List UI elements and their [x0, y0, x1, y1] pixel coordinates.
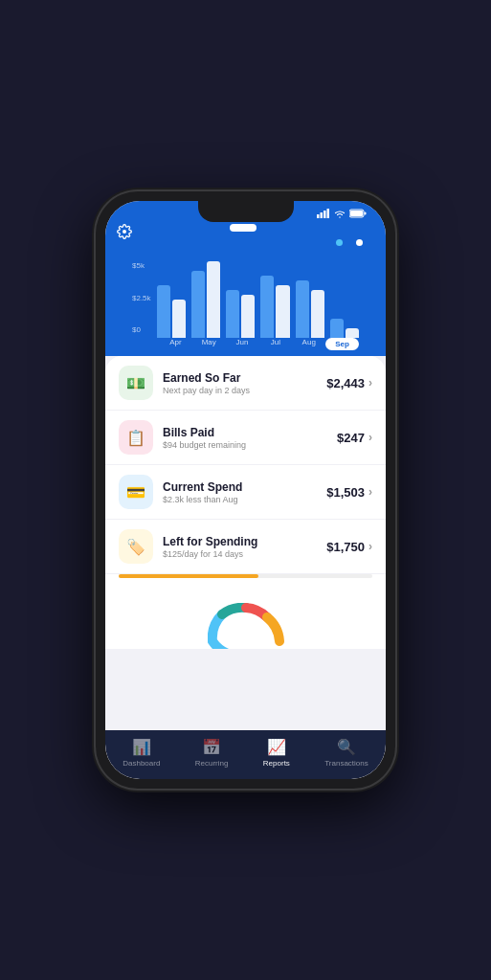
- donut-chart: [208, 603, 284, 649]
- x-label-Jul: Jul: [258, 338, 292, 350]
- earned-so-far-subtitle: Next pay day in 2 days: [163, 386, 326, 395]
- x-label-May: May: [192, 338, 226, 350]
- chart-area: $5k $2.5k $0 AprMayJunJulAugSep: [121, 252, 370, 356]
- legend-earned: [336, 239, 346, 246]
- card-left-for-spending[interactable]: 🏷️Left for Spending$125/day for 14 days$…: [105, 520, 386, 574]
- earned-bar-Aug: [296, 280, 309, 338]
- left-for-spending-title: Left for Spending: [163, 535, 326, 548]
- status-icons: [317, 209, 367, 218]
- bills-paid-subtitle: $94 budget remaining: [163, 440, 337, 450]
- card-bills-paid[interactable]: 📋Bills Paid$94 budget remaining$247›: [105, 411, 386, 465]
- spent-bar-Apr: [172, 300, 186, 338]
- x-label-Aug: Aug: [292, 338, 325, 350]
- earned-so-far-title: Earned So Far: [163, 371, 326, 385]
- bills-paid-amount: $247›: [337, 431, 372, 445]
- left-for-spending-progress-container: [105, 574, 386, 586]
- current-spend-text: Current Spend$2.3k less than Aug: [163, 480, 326, 504]
- earned-bar-Sep: [330, 319, 344, 338]
- legend-spent: [356, 239, 367, 246]
- earned-bar-Apr: [157, 285, 170, 338]
- bills-paid-title: Bills Paid: [163, 426, 337, 439]
- battery-icon: [349, 209, 367, 218]
- wifi-icon: [334, 209, 346, 218]
- y-label-0: $0: [132, 325, 151, 334]
- y-axis-labels: $5k $2.5k $0: [132, 261, 151, 338]
- cards-section: 💵Earned So FarNext pay day in 2 days$2,4…: [105, 356, 386, 649]
- spent-bar-Aug: [311, 290, 324, 338]
- signal-icon: [317, 209, 330, 218]
- y-label-5k: $5k: [132, 261, 151, 270]
- chart-container: $5k $2.5k $0: [132, 252, 359, 338]
- phone-screen: $5k $2.5k $0 AprMayJunJulAugSep 💵Earned …: [105, 201, 386, 779]
- nav-icon-transactions: 🔍: [337, 738, 356, 756]
- earned-so-far-chevron: ›: [368, 376, 372, 390]
- bars-section: [157, 261, 359, 338]
- earned-bar-Jul: [260, 276, 274, 338]
- current-spend-chevron: ›: [368, 485, 372, 499]
- notch: [198, 201, 294, 222]
- left-for-spending-amount: $1,750›: [326, 540, 372, 554]
- gear-icon: [117, 224, 132, 239]
- x-label-Apr: Apr: [159, 338, 192, 350]
- nav-transactions[interactable]: 🔍Transactions: [324, 738, 368, 768]
- spent-bar-Sep: [346, 328, 359, 338]
- left-for-spending-subtitle: $125/day for 14 days: [163, 549, 326, 559]
- nav-label-reports: Reports: [263, 759, 290, 768]
- left-for-spending-icon: 🏷️: [119, 529, 153, 564]
- gear-button[interactable]: [117, 224, 132, 243]
- nav-reports[interactable]: 📈Reports: [263, 738, 290, 768]
- bar-group-Aug: [296, 280, 324, 338]
- earned-dot: [336, 239, 343, 246]
- spent-bar-Jul: [276, 285, 289, 338]
- left-for-spending-chevron: ›: [368, 540, 372, 553]
- nav-label-transactions: Transactions: [324, 759, 368, 768]
- bar-group-Sep: [330, 319, 359, 338]
- bar-group-Jun: [226, 290, 255, 338]
- bar-group-May: [191, 261, 220, 338]
- x-label-Jun: Jun: [226, 338, 259, 350]
- header: $5k $2.5k $0 AprMayJunJulAugSep: [105, 220, 386, 356]
- spent-dot: [356, 239, 363, 246]
- current-spend-subtitle: $2.3k less than Aug: [163, 495, 326, 504]
- svg-rect-1: [321, 212, 324, 218]
- spent-bar-Jun: [241, 295, 255, 338]
- nav-label-dashboard: Dashboard: [123, 759, 160, 768]
- card-current-spend[interactable]: 💳Current Spend$2.3k less than Aug$1,503›: [105, 465, 386, 520]
- x-axis-labels: AprMayJunJulAugSep: [132, 338, 359, 356]
- card-earned-so-far[interactable]: 💵Earned So FarNext pay day in 2 days$2,4…: [105, 356, 386, 411]
- svg-rect-5: [350, 211, 363, 216]
- svg-rect-0: [317, 214, 320, 218]
- chart-legend: [336, 239, 367, 246]
- earned-so-far-icon: 💵: [119, 366, 153, 400]
- bills-paid-chevron: ›: [368, 431, 372, 444]
- left-for-spending-text: Left for Spending$125/day for 14 days: [163, 535, 326, 559]
- bar-group-Jul: [260, 276, 289, 338]
- nav-label-recurring: Recurring: [195, 759, 229, 768]
- svg-rect-2: [324, 211, 326, 218]
- tab-spending[interactable]: [230, 224, 257, 232]
- x-label-Sep[interactable]: Sep: [325, 338, 359, 350]
- phone-frame: $5k $2.5k $0 AprMayJunJulAugSep 💵Earned …: [96, 191, 395, 789]
- bills-paid-text: Bills Paid$94 budget remaining: [163, 426, 337, 450]
- nav-dashboard[interactable]: 📊Dashboard: [123, 738, 160, 768]
- current-spend-title: Current Spend: [163, 480, 326, 494]
- bar-group-Apr: [157, 285, 186, 338]
- earned-so-far-text: Earned So FarNext pay day in 2 days: [163, 371, 326, 395]
- nav-icon-dashboard: 📊: [132, 738, 151, 756]
- nav-recurring[interactable]: 📅Recurring: [195, 738, 229, 768]
- spent-bar-May: [207, 261, 220, 338]
- bills-paid-icon: 📋: [119, 420, 153, 455]
- y-label-2-5k: $2.5k: [132, 294, 151, 302]
- current-spend-amount: $1,503›: [326, 485, 372, 500]
- progress-bar-fill: [119, 574, 258, 578]
- nav-icon-reports: 📈: [267, 738, 286, 756]
- svg-rect-6: [365, 212, 367, 215]
- tab-bar: [121, 224, 370, 232]
- donut-preview: [105, 591, 386, 649]
- current-spend-icon: 💳: [119, 475, 153, 509]
- bottom-nav: 📊Dashboard📅Recurring📈Reports🔍Transaction…: [105, 730, 386, 779]
- nav-icon-recurring: 📅: [202, 738, 221, 756]
- earned-so-far-amount: $2,443›: [326, 376, 372, 390]
- earned-bar-Jun: [226, 290, 239, 338]
- svg-rect-3: [327, 209, 330, 218]
